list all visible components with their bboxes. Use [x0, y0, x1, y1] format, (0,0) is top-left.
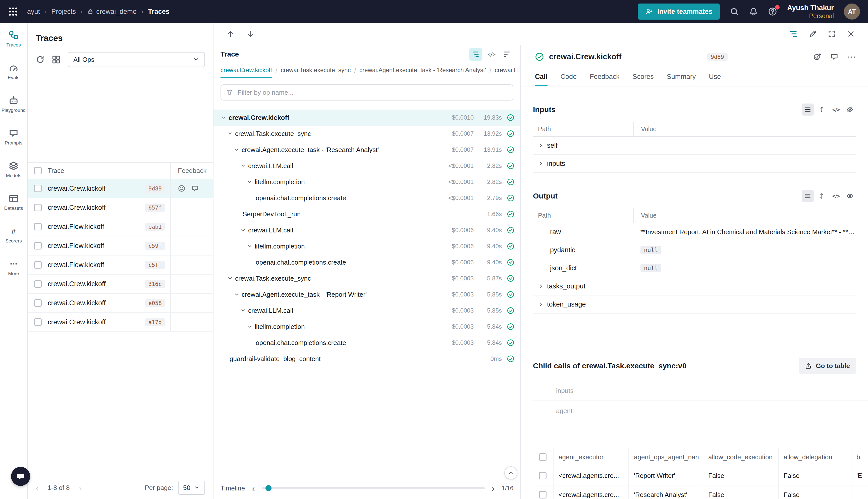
tab-scores[interactable]: Scores: [633, 68, 654, 86]
timeline-slider-handle[interactable]: [265, 485, 272, 491]
previous-call-button[interactable]: [226, 30, 235, 38]
trace-tree-row[interactable]: crewai.LLM.call$0.00035.85s: [213, 303, 520, 319]
flame-graph-button[interactable]: [500, 48, 513, 61]
trace-path-chip[interactable]: crewai.Task.execute_sync: [281, 63, 351, 78]
invite-teammates-button[interactable]: Invite teammates: [638, 3, 720, 20]
sidebar-item-scorers[interactable]: #Scorers: [1, 226, 26, 244]
trace-tree-row[interactable]: SerperDevTool._run1.66s: [213, 206, 520, 222]
row-checkbox[interactable]: [539, 472, 546, 479]
code-json-button[interactable]: </>: [830, 190, 842, 202]
trace-row[interactable]: crewai.Crew.kickoff316c: [28, 275, 213, 294]
next-call-button[interactable]: [247, 30, 255, 38]
expand-collapse-icon[interactable]: [234, 147, 239, 153]
tab-code[interactable]: Code: [561, 68, 577, 86]
row-checkbox[interactable]: [34, 242, 42, 250]
toggle-tree-panel-button[interactable]: [789, 29, 798, 38]
expand-collapse-icon[interactable]: [247, 243, 253, 249]
call-id-badge[interactable]: c59f: [145, 242, 165, 250]
trace-path-chip[interactable]: crewai.Agent.execute_task - 'Research An…: [359, 63, 486, 78]
column-header[interactable]: allow_code_execution: [703, 448, 778, 466]
sidebar-item-traces[interactable]: Traces: [1, 30, 26, 48]
trace-tree-row[interactable]: litellm.completion$0.00069.40s: [213, 238, 520, 254]
trace-op-name[interactable]: crewai.Flow.kickoff: [48, 261, 104, 269]
wandb-logo[interactable]: [8, 7, 18, 16]
row-checkbox[interactable]: [34, 261, 42, 269]
row-checkbox[interactable]: [34, 299, 42, 307]
trace-tree-row[interactable]: crewai.LLM.call<$0.00012.82s: [213, 158, 520, 174]
trace-op-name[interactable]: crewai.Crew.kickoff: [48, 204, 106, 211]
timeline-next-button[interactable]: ›: [492, 484, 495, 492]
sidebar-item-more[interactable]: ⋯More: [1, 259, 26, 276]
expand-collapse-icon[interactable]: [240, 227, 246, 233]
kv-row-self[interactable]: self: [533, 137, 856, 155]
sidebar-item-datasets[interactable]: Datasets: [1, 194, 26, 211]
row-checkbox[interactable]: [34, 204, 42, 211]
ops-filter-select[interactable]: All Ops: [68, 52, 205, 67]
trace-tree-row[interactable]: crewai.Agent.execute_task - 'Research An…: [213, 142, 520, 158]
breadcrumb-ayut[interactable]: ayut: [27, 8, 40, 15]
trace-path-chip[interactable]: crewai.LLM.cal: [495, 63, 520, 78]
trace-tree-row[interactable]: crewai.LLM.call$0.00069.40s: [213, 222, 520, 238]
prev-page-button[interactable]: ‹: [36, 484, 38, 492]
column-header-feedback[interactable]: Feedback: [170, 162, 213, 179]
support-chat-button[interactable]: [11, 467, 30, 486]
column-header[interactable]: b: [851, 448, 868, 466]
expand-collapse-icon[interactable]: [227, 131, 233, 137]
expand-row-icon[interactable]: [538, 283, 544, 289]
tab-use[interactable]: Use: [709, 68, 721, 86]
row-checkbox[interactable]: [34, 318, 42, 326]
op-name-filter[interactable]: [221, 84, 513, 100]
trace-tree-row[interactable]: crewai.Agent.execute_task - 'Report Writ…: [213, 287, 520, 303]
bell-icon[interactable]: [749, 7, 758, 16]
trace-op-name[interactable]: crewai.Flow.kickoff: [48, 223, 104, 231]
expand-collapse-icon[interactable]: [234, 291, 239, 297]
user-block[interactable]: Ayush Thakur Personal: [787, 3, 834, 20]
go-to-table-button[interactable]: Go to table: [799, 358, 856, 374]
expand-row-icon[interactable]: [538, 143, 544, 148]
collapse-panel-button[interactable]: [504, 466, 517, 479]
trace-row[interactable]: crewai.Crew.kickoffa17d: [28, 313, 213, 332]
expand-all-button[interactable]: [816, 104, 828, 115]
tab-call[interactable]: Call: [535, 68, 547, 86]
trace-op-name[interactable]: crewai.Crew.kickoff: [48, 185, 106, 193]
trace-op-name[interactable]: crewai.Flow.kickoff: [48, 242, 104, 250]
code-view-button[interactable]: </>: [485, 48, 498, 61]
expand-collapse-icon[interactable]: [221, 114, 226, 121]
edit-icon[interactable]: [809, 30, 817, 38]
op-name-filter-input[interactable]: [238, 89, 508, 97]
trace-tree-row[interactable]: openai.chat.completions.create$0.00035.8…: [213, 335, 520, 351]
row-checkbox[interactable]: [34, 185, 42, 192]
trace-tree-row[interactable]: openai.chat.completions.create$0.00069.4…: [213, 254, 520, 270]
add-reaction-icon[interactable]: [813, 53, 821, 61]
fullscreen-icon[interactable]: [828, 30, 836, 38]
columns-settings-button[interactable]: [52, 55, 61, 64]
help-button[interactable]: [768, 7, 777, 16]
tree-view-button[interactable]: [469, 48, 482, 61]
close-icon[interactable]: [847, 30, 855, 38]
trace-row[interactable]: crewai.Flow.kickoffc59f: [28, 236, 213, 256]
trace-row[interactable]: crewai.Crew.kickoff657f: [28, 198, 213, 217]
row-checkbox[interactable]: [539, 453, 546, 461]
refresh-button[interactable]: [36, 55, 45, 64]
avatar[interactable]: AT: [844, 3, 860, 20]
child-call-row[interactable]: <crewai.agents.cre...'Report Writer'Fals…: [533, 466, 868, 485]
expand-collapse-icon[interactable]: [240, 307, 246, 314]
trace-op-name[interactable]: crewai.Crew.kickoff: [48, 299, 106, 307]
sidebar-item-evals[interactable]: Evals: [1, 63, 26, 81]
kv-row-tasks_output[interactable]: tasks_output: [533, 277, 856, 295]
trace-tree-row[interactable]: guardrail-validate_blog_content0ms: [213, 351, 520, 367]
sidebar-item-models[interactable]: Models: [1, 161, 26, 179]
expand-collapse-icon[interactable]: [240, 163, 246, 169]
call-id-badge[interactable]: 316c: [145, 280, 165, 288]
expand-collapse-icon[interactable]: [227, 276, 233, 281]
call-id-badge[interactable]: 657f: [145, 204, 165, 212]
comment-icon[interactable]: [191, 185, 199, 192]
trace-row[interactable]: crewai.Crew.kickoff9d89: [28, 179, 213, 198]
trace-op-name[interactable]: crewai.Crew.kickoff: [48, 280, 106, 288]
select-all-checkbox[interactable]: [34, 167, 42, 174]
hide-values-button[interactable]: [844, 104, 856, 115]
sidebar-item-prompts[interactable]: Prompts: [1, 128, 26, 146]
breadcrumb-traces[interactable]: Traces: [148, 8, 170, 15]
list-view-button[interactable]: [802, 190, 814, 202]
column-header[interactable]: agent_ops_agent_nan: [629, 448, 703, 466]
